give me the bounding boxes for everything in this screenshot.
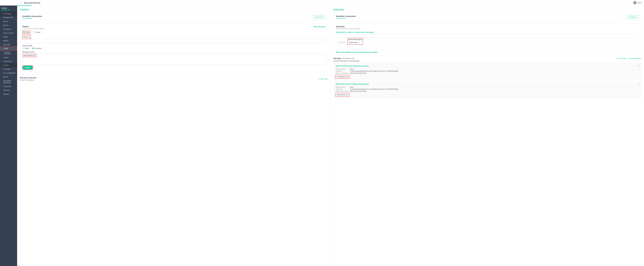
message-content-input[interactable] — [22, 54, 325, 65]
messages-title: Messages — [334, 57, 342, 59]
subscribe-panel: Subscribe How do you want to receive mes… — [334, 23, 641, 47]
nav-item-advanced-messaging[interactable]: Advanced Messaging — [0, 50, 17, 56]
nav-item-clustering[interactable]: Clustering — [0, 88, 17, 92]
subscribed-topics-label: Subscribed Topics — [348, 39, 362, 40]
radio-topic[interactable]: Topic — [23, 31, 29, 33]
publish-panel: Publish Select a topic or queue to publi… — [20, 23, 328, 72]
svg-point-0 — [634, 2, 635, 3]
subscriber-title: Subscriber — [334, 9, 641, 11]
user-name[interactable]: admin — [638, 2, 642, 4]
clear-messages-link[interactable]: Clear Messages — [628, 58, 641, 59]
message-payload: www.pkslow.com — [336, 93, 350, 96]
publish-title: Publish — [22, 26, 45, 28]
nav-item-message-vpn[interactable]: Message VPN — [0, 16, 17, 20]
connected-status: Connected — [22, 18, 308, 19]
remove-chip-icon[interactable]: ✕ — [358, 42, 360, 43]
publisher-title: Publisher — [20, 9, 328, 11]
nav-item-user-mgmt[interactable]: User Mgmt — [0, 67, 17, 71]
expand-connection-icon[interactable]: › — [308, 15, 312, 19]
nav-item-tls[interactable]: TLS Configuration — [0, 71, 17, 75]
message-card: ✕ 2022-03-08 23:25:44:874 [Topic pkslow-… — [334, 63, 641, 80]
nav-item-clients[interactable]: Clients — [0, 20, 17, 23]
nav-item-bridges[interactable]: Bridges — [0, 39, 17, 43]
publisher-connection-panel: Establish Connection Connected › Disconn… — [20, 13, 328, 21]
subscribe-button[interactable]: Subscribe — [336, 41, 347, 44]
page-title: Send and Receive — [23, 2, 633, 4]
nav-section-system[interactable]: System ⌄ — [0, 63, 17, 67]
trash-icon — [318, 78, 320, 80]
nav-section-messaging[interactable]: Messaging ⌄ — [0, 12, 17, 16]
messages-published-counts: 0 Direct 2 Persistent — [20, 79, 36, 81]
bind-endpoint-link[interactable]: Bind to an endpoint to receive guarantee… — [336, 51, 638, 53]
message-content-value: www.pkslow.com — [24, 55, 36, 57]
subscriber-connection-panel: Establish Connection Connected › Disconn… — [334, 13, 641, 21]
radio-checked-icon — [32, 48, 34, 49]
publish-subtitle: Select a topic or queue to publish to — [22, 28, 45, 29]
messages-counts: 2 Direct 0 Persistent 0 Non-Persistent — [334, 60, 641, 62]
delivery-mode-label: Delivery Mode — [22, 45, 325, 47]
close-icon[interactable]: ✕ — [638, 65, 640, 67]
nav-item-try-me[interactable]: Try Me! — [0, 47, 17, 50]
messages-published-row: Messages Published 0 Direct 2 Persistent… — [20, 77, 328, 81]
change-vpn-link[interactable]: Change VPN — [2, 9, 16, 11]
nav-item-jms-jndi[interactable]: JMS JNDI — [0, 43, 17, 47]
subscribed-topic-chip: pkslow-topic ✕ — [348, 41, 360, 44]
clear-icon — [628, 58, 630, 59]
close-icon[interactable]: ✕ — [638, 83, 640, 85]
publisher-column: Publisher Establish Connection Connected… — [17, 6, 330, 266]
clear-stats-link[interactable]: Clear Stats — [318, 78, 328, 80]
message-header: 2022-03-08 23:25:43:376 [Topic pkslow-to… — [336, 83, 639, 85]
nav-item-guaranteed-messaging[interactable]: Guaranteed Messaging — [0, 79, 17, 84]
chevron-down-icon: ⌄ — [15, 65, 16, 66]
vpn-name: default — [2, 7, 16, 9]
user-avatar-icon[interactable] — [633, 1, 636, 4]
nav-item-statistics[interactable]: Statistics — [0, 92, 17, 96]
messages-recent: (Most Recent 20) — [342, 58, 354, 59]
connected-status: Connected — [336, 18, 622, 19]
topic-input[interactable] — [22, 35, 31, 39]
message-payload: www.pkslow.com — [336, 75, 350, 78]
nav-item-caches[interactable]: Caches — [0, 56, 17, 59]
trash-icon — [616, 58, 618, 59]
message-content-label: Message Content — [22, 51, 325, 53]
establish-connection-title: Establish Connection — [22, 15, 308, 17]
sidebar: default Change VPN Messaging ⌄ Message V… — [0, 6, 17, 266]
radio-queue[interactable]: Queue — [33, 31, 40, 33]
show-advanced-link[interactable]: Show Advanced — [313, 26, 325, 28]
messages-published-title: Messages Published — [20, 77, 36, 79]
expand-connection-icon[interactable]: › — [622, 15, 625, 19]
link-icon — [22, 18, 24, 19]
radio-persistent[interactable]: Persistent — [32, 48, 42, 49]
chevron-right-icon: › — [638, 51, 639, 53]
clear-stats-link[interactable]: Clear Stats — [616, 58, 626, 59]
radio-checked-icon — [23, 31, 25, 33]
subscribe-topic-link[interactable]: Subscribe to a topic to receive direct m… — [336, 31, 639, 33]
radio-unchecked-icon — [22, 48, 24, 49]
nav-item-config-sync[interactable]: Config Sync — [0, 84, 17, 88]
nav-item-access-control[interactable]: Access Control — [0, 31, 17, 35]
link-icon — [336, 18, 338, 19]
message-header: 2022-03-08 23:25:44:874 [Topic pkslow-to… — [336, 65, 639, 67]
publish-button[interactable]: Publish — [22, 66, 33, 69]
active-tab-underline — [17, 6, 32, 6]
subscribe-topic-input[interactable] — [336, 34, 639, 38]
nav-item-service[interactable]: Service — [0, 75, 17, 79]
nav-item-replay[interactable]: Replay — [0, 35, 17, 39]
chevron-down-icon: ⌄ — [15, 13, 16, 15]
bind-endpoint-panel[interactable]: Bind to an endpoint to receive guarantee… — [334, 49, 641, 55]
sidebar-collapse-icon[interactable] — [19, 1, 23, 4]
subscribe-subtitle: How do you want to receive messages — [336, 28, 639, 29]
nav-item-transactions[interactable]: Transactions — [0, 59, 17, 63]
radio-unchecked-icon — [33, 31, 35, 33]
disconnect-button[interactable]: Disconnect — [313, 15, 325, 19]
nav-item-connectors[interactable]: Connectors — [0, 27, 17, 31]
svg-point-1 — [2, 65, 2, 66]
topbar: Send and Receive admin — [0, 0, 644, 6]
chevron-down-icon: ⌄ — [638, 31, 639, 33]
establish-connection-title: Establish Connection — [336, 15, 622, 17]
subscriber-column: Subscriber Establish Connection Connecte… — [330, 6, 644, 266]
radio-direct[interactable]: Direct — [22, 48, 29, 49]
disconnect-button[interactable]: Disconnect — [627, 15, 639, 19]
nav-item-queues[interactable]: Queues — [0, 23, 17, 27]
subscribe-title: Subscribe — [336, 26, 639, 28]
